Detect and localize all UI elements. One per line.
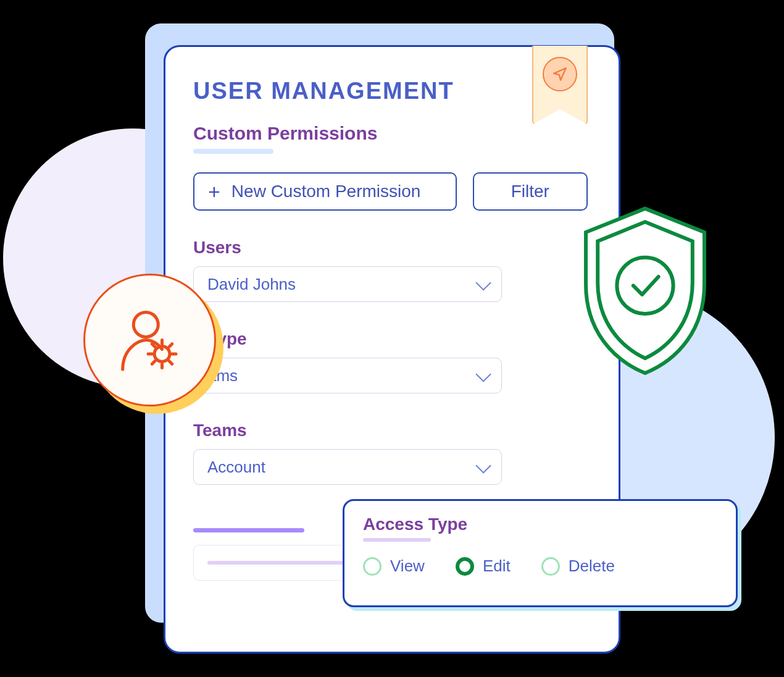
teams-value: Account: [207, 458, 265, 477]
access-type-panel: Access Type View Edit Delete: [343, 499, 738, 607]
shield-check-icon: [571, 203, 719, 383]
access-type-heading: Access Type: [363, 515, 717, 534]
user-settings-badge: [83, 274, 216, 406]
radio-icon: [363, 557, 382, 576]
page-title: USER MANAGEMENT: [193, 78, 588, 104]
radio-icon: [541, 557, 560, 576]
access-option-edit[interactable]: Edit: [456, 557, 511, 576]
radio-icon: [456, 557, 474, 576]
svg-line-8: [169, 344, 172, 347]
chevron-down-icon: [475, 275, 491, 290]
plus-icon: +: [208, 181, 220, 202]
send-icon: [543, 57, 577, 91]
users-label: Users: [193, 238, 588, 258]
heading-underline: [193, 149, 273, 154]
heading-underline: [363, 538, 431, 542]
filter-label: Filter: [511, 182, 549, 201]
by-type-select[interactable]: ams: [193, 358, 502, 393]
custom-permissions-heading: Custom Permissions: [193, 123, 588, 144]
svg-line-7: [152, 344, 155, 347]
svg-point-1: [133, 313, 158, 337]
placeholder-label: [193, 528, 304, 532]
bookmark-ribbon: [532, 46, 588, 125]
chevron-down-icon: [475, 458, 491, 473]
chevron-down-icon: [475, 366, 491, 382]
user-gear-icon: [111, 301, 188, 379]
access-option-delete[interactable]: Delete: [541, 557, 615, 576]
teams-label: Teams: [193, 421, 588, 440]
access-option-label: Delete: [569, 557, 615, 576]
svg-line-10: [169, 361, 172, 364]
by-type-label: y Type: [193, 329, 588, 349]
access-option-view[interactable]: View: [363, 557, 425, 576]
users-select[interactable]: David Johns: [193, 266, 502, 302]
access-option-label: Edit: [483, 557, 511, 576]
access-option-label: View: [390, 557, 425, 576]
new-permission-label: New Custom Permission: [231, 182, 421, 201]
svg-line-9: [152, 361, 155, 364]
new-custom-permission-button[interactable]: + New Custom Permission: [193, 172, 457, 211]
teams-select[interactable]: Account: [193, 449, 502, 485]
users-value: David Johns: [207, 275, 296, 294]
